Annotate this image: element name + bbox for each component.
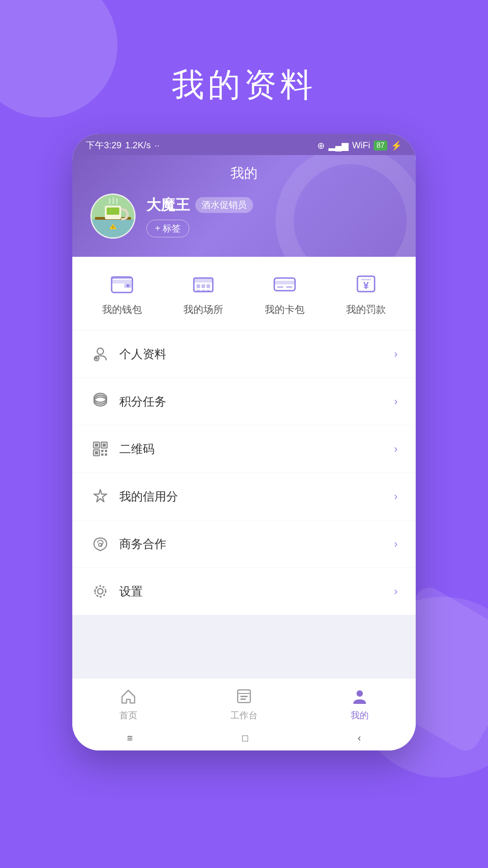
svg-marker-44	[94, 490, 107, 502]
profile-label: 个人资料	[119, 346, 385, 362]
user-name: 大魔王	[146, 195, 190, 215]
svg-rect-18	[202, 290, 205, 292]
menu-item-credit[interactable]: 我的信用分 ›	[72, 473, 416, 520]
avatar-inner: !	[92, 195, 134, 237]
svg-rect-8	[112, 280, 132, 283]
svg-text:!: !	[113, 225, 114, 229]
svg-rect-41	[105, 450, 107, 452]
nav-mine[interactable]: 我的	[349, 686, 370, 722]
venue-label: 我的场所	[183, 303, 223, 316]
qrcode-arrow: ›	[394, 443, 398, 455]
svg-rect-21	[274, 281, 295, 284]
svg-rect-22	[277, 286, 283, 288]
svg-rect-15	[202, 284, 205, 288]
status-bar: 下午3:29 1.2K/s ·· ⊕ ▂▄▆ WiFi 87 ⚡	[72, 134, 416, 155]
svg-text:¥: ¥	[363, 280, 369, 291]
svg-rect-49	[240, 696, 248, 697]
settings-icon	[90, 581, 110, 601]
qrcode-label: 二维码	[119, 441, 385, 457]
menu-item-profile[interactable]: 个人资料 ›	[72, 330, 416, 378]
svg-rect-39	[95, 451, 98, 454]
card-icon	[269, 270, 300, 297]
status-right: ⊕ ▂▄▆ WiFi 87 ⚡	[317, 140, 402, 151]
business-label: 商务合作	[119, 536, 385, 552]
charging-icon: ⚡	[391, 140, 402, 151]
svg-point-45	[98, 589, 103, 594]
workbench-nav-label: 工作台	[230, 709, 258, 722]
svg-point-51	[357, 690, 363, 697]
nav-home[interactable]: 首页	[118, 686, 139, 722]
qrcode-icon	[90, 439, 110, 459]
business-icon	[90, 534, 110, 554]
user-info: ! 大魔王 酒水促销员 + 标签	[90, 193, 398, 239]
android-menu-btn[interactable]: ≡	[127, 732, 133, 744]
header-section: 我的	[72, 155, 416, 257]
mine-nav-icon	[349, 686, 370, 707]
profile-arrow: ›	[394, 348, 398, 360]
svg-rect-13	[194, 278, 213, 283]
nav-workbench[interactable]: 工作台	[230, 686, 258, 722]
credit-arrow: ›	[394, 490, 398, 503]
card-label: 我的卡包	[265, 303, 305, 316]
svg-rect-50	[240, 698, 246, 700]
menu-item-business[interactable]: 商务合作 ›	[72, 520, 416, 568]
android-nav: ≡ □ ‹	[72, 726, 416, 750]
bottom-nav: 首页 工作台 我的	[72, 678, 416, 726]
svg-point-11	[127, 284, 129, 287]
page-title: 我的资料	[172, 63, 316, 107]
venue-icon	[188, 270, 219, 297]
wifi-icon: WiFi	[352, 140, 370, 151]
quick-action-venue[interactable]: 我的场所	[183, 270, 223, 316]
menu-item-qrcode[interactable]: 二维码 ›	[72, 425, 416, 473]
quick-action-wallet[interactable]: 我的钱包	[102, 270, 142, 316]
user-role-badge: 酒水促销员	[195, 197, 253, 213]
settings-label: 设置	[119, 584, 385, 599]
menu-item-settings[interactable]: 设置 ›	[72, 568, 416, 615]
business-arrow: ›	[394, 538, 398, 550]
quick-action-card[interactable]: 我的卡包	[265, 270, 305, 316]
svg-rect-42	[101, 453, 103, 456]
svg-rect-17	[197, 290, 200, 292]
points-icon	[90, 392, 110, 411]
mine-nav-label: 我的	[351, 709, 369, 722]
points-label: 积分任务	[119, 394, 385, 410]
svg-point-27	[97, 348, 103, 354]
home-nav-label: 首页	[119, 709, 137, 722]
wallet-label: 我的钱包	[102, 303, 142, 316]
quick-actions: 我的钱包 我的场所	[72, 257, 416, 330]
svg-rect-23	[286, 286, 292, 288]
svg-rect-37	[103, 443, 106, 447]
status-dot1: ··	[155, 140, 160, 151]
svg-rect-35	[95, 443, 98, 447]
penalty-icon: ¥	[350, 270, 382, 297]
quick-action-penalty[interactable]: ¥ 我的罚款	[346, 270, 386, 316]
android-back-btn[interactable]: ‹	[358, 732, 361, 744]
svg-rect-19	[206, 290, 210, 292]
status-speed: 1.2K/s	[125, 140, 151, 151]
add-tag-button[interactable]: + 标签	[146, 220, 189, 237]
svg-rect-40	[101, 450, 103, 452]
avatar: !	[90, 193, 136, 239]
header-title: 我的	[90, 164, 398, 183]
menu-list: 个人资料 › 积分任务 ›	[72, 330, 416, 615]
signal-icon: ▂▄▆	[328, 140, 348, 151]
status-time: 下午3:29	[86, 139, 122, 151]
points-arrow: ›	[394, 395, 398, 408]
android-home-btn[interactable]: □	[242, 732, 248, 744]
avatar-illustration: !	[90, 193, 136, 237]
svg-rect-43	[105, 453, 107, 456]
svg-rect-9	[111, 276, 131, 279]
svg-rect-16	[206, 284, 210, 288]
svg-rect-26	[361, 279, 371, 280]
battery-icon: 87	[374, 141, 387, 151]
menu-item-points[interactable]: 积分任务 ›	[72, 378, 416, 425]
credit-icon	[90, 486, 110, 506]
user-details: 大魔王 酒水促销员 + 标签	[146, 195, 253, 237]
status-left: 下午3:29 1.2K/s ··	[86, 139, 160, 151]
penalty-label: 我的罚款	[346, 303, 386, 316]
workbench-nav-icon	[234, 686, 254, 707]
profile-icon	[90, 344, 110, 364]
svg-rect-4	[107, 208, 119, 215]
wallet-icon	[106, 270, 138, 297]
home-nav-icon	[118, 686, 139, 707]
